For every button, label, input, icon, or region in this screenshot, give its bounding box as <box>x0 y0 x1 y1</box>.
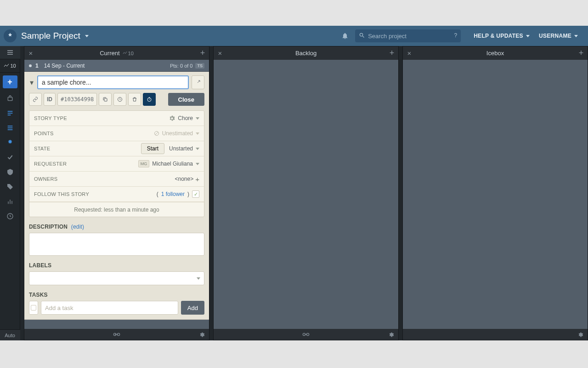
stopwatch-story-icon[interactable] <box>143 93 156 106</box>
points-dropdown[interactable]: Unestimated <box>154 130 199 137</box>
svg-rect-14 <box>104 98 107 101</box>
task-input[interactable] <box>41 301 178 315</box>
popout-story-icon[interactable] <box>192 75 204 89</box>
add-story-button[interactable]: + <box>3 75 17 88</box>
requested-time-label: Requested: less than a minute ago <box>29 202 204 217</box>
meta-points-label: POINTS <box>34 131 154 136</box>
panel-current: × Current 10 + 1 14 Sep - Current <box>24 46 209 340</box>
panel-body-current: 1 14 Sep - Current Pts: 0 of 0 TS ▾ <box>24 60 209 329</box>
labels-dropdown[interactable] <box>29 271 204 285</box>
panel-title: Icebox <box>486 50 504 57</box>
notifications-bell-icon[interactable] <box>339 32 351 40</box>
history-story-icon[interactable] <box>113 93 126 106</box>
search-wrap: ? <box>355 29 461 42</box>
gear-icon <box>169 115 175 121</box>
labels-section-label: LABELS <box>29 262 204 269</box>
panel-header-current: × Current 10 + <box>24 46 209 60</box>
svg-line-20 <box>155 132 158 135</box>
labels-panel-icon[interactable] <box>0 179 20 194</box>
add-story-icon[interactable]: + <box>575 48 588 58</box>
blocked-panel-icon[interactable] <box>0 165 20 179</box>
meta-state-label: STATE <box>34 146 141 151</box>
start-story-button[interactable]: Start <box>141 143 164 154</box>
current-panel-icon[interactable] <box>0 106 20 121</box>
tasks-section-label: TASKS <box>29 292 204 298</box>
svg-rect-3 <box>8 97 12 100</box>
project-title: Sample Project <box>21 31 80 41</box>
iteration-number: 1 <box>35 63 39 69</box>
auto-mode-label[interactable]: Auto <box>0 329 20 340</box>
close-story-button[interactable]: Close <box>168 93 204 106</box>
left-sidebar: 10 + Auto <box>0 46 20 340</box>
story-toolbar: ID #103364998 Close <box>29 93 204 106</box>
story-title-input[interactable] <box>37 75 189 89</box>
story-id-label: ID <box>44 93 56 106</box>
description-section-label: DESCRIPTION (edit) <box>29 224 204 230</box>
link-icon[interactable] <box>302 332 310 337</box>
delete-story-icon[interactable] <box>128 93 141 106</box>
iteration-dot-icon <box>29 64 32 67</box>
user-menu[interactable]: USERNAME <box>539 33 578 39</box>
panel-title: Current <box>100 50 119 57</box>
backlog-panel-icon[interactable] <box>0 121 20 135</box>
task-checkbox[interactable] <box>29 301 38 315</box>
panel-footer-current <box>24 329 209 340</box>
close-panel-icon[interactable]: × <box>214 49 226 57</box>
help-updates-menu[interactable]: HELP & UPDATES <box>474 33 530 39</box>
follow-checkbox[interactable]: ✓ <box>192 190 199 198</box>
meta-requester-label: REQUESTER <box>34 161 138 167</box>
sidebar-toggle[interactable] <box>0 46 20 59</box>
task-add-row: Add <box>29 301 204 315</box>
panel-gear-icon[interactable] <box>578 332 584 338</box>
velocity-indicator[interactable]: 10 <box>0 59 20 73</box>
chevron-down-icon <box>85 35 89 37</box>
panels-container: × Current 10 + 1 14 Sep - Current <box>20 46 588 340</box>
close-panel-icon[interactable]: × <box>403 49 416 57</box>
story-type-dropdown[interactable]: Chore <box>169 115 199 121</box>
requester-dropdown[interactable]: Michael Giuliana <box>152 161 199 167</box>
panel-backlog: × Backlog + <box>213 46 399 340</box>
close-panel-icon[interactable]: × <box>24 49 37 57</box>
edit-description-link[interactable]: (edit) <box>71 224 85 230</box>
owners-value: <none> <box>175 176 194 182</box>
story-meta-table: STORY TYPE Chore POINTS Unest <box>29 110 204 217</box>
chevron-down-icon <box>574 35 578 37</box>
analytics-icon[interactable] <box>0 194 20 209</box>
state-dropdown[interactable]: Unstarted <box>169 145 199 152</box>
add-task-button[interactable]: Add <box>181 301 204 315</box>
link-icon[interactable] <box>113 332 120 337</box>
meta-owners-label: OWNERS <box>34 176 175 182</box>
iteration-header: 1 14 Sep - Current Pts: 0 of 0 TS <box>24 60 209 72</box>
meta-follow-label: FOLLOW THIS STORY <box>34 191 157 197</box>
panel-velocity: 10 <box>123 51 134 56</box>
topbar: Sample Project ? HELP & UPDATES USERNAME <box>0 26 588 46</box>
story-card-expanded: ▾ ID #103364998 <box>24 72 209 320</box>
search-icon <box>359 32 365 39</box>
iteration-points: Pts: 0 of 0 <box>170 63 193 69</box>
iteration-date: 14 Sep - Current <box>44 63 170 69</box>
team-strength-badge[interactable]: TS <box>195 63 204 69</box>
project-dropdown[interactable]: Sample Project <box>21 31 89 41</box>
add-story-icon[interactable]: + <box>385 48 398 58</box>
clone-story-icon[interactable] <box>99 93 112 106</box>
link-story-icon[interactable] <box>29 93 42 106</box>
app-logo-icon[interactable] <box>4 29 17 42</box>
my-work-icon[interactable] <box>0 91 20 106</box>
panel-body-icebox <box>403 60 588 329</box>
panel-title: Backlog <box>295 50 317 57</box>
app-root: Sample Project ? HELP & UPDATES USERNAME <box>0 26 588 340</box>
collapse-story-icon[interactable]: ▾ <box>29 75 34 89</box>
add-story-icon[interactable]: + <box>196 48 209 58</box>
search-help-icon[interactable]: ? <box>454 32 457 39</box>
story-id-value[interactable]: #103364998 <box>57 93 97 106</box>
main-area: 10 + Auto × Current <box>0 46 588 340</box>
icebox-panel-icon[interactable] <box>0 135 20 150</box>
panel-gear-icon[interactable] <box>389 332 395 338</box>
done-panel-icon[interactable] <box>0 150 20 165</box>
search-input[interactable] <box>368 33 450 40</box>
description-box[interactable] <box>29 233 204 256</box>
add-owner-button[interactable]: + <box>195 175 199 183</box>
followers-link[interactable]: 1 follower <box>161 191 185 197</box>
history-icon[interactable] <box>0 209 20 224</box>
panel-gear-icon[interactable] <box>199 332 205 338</box>
